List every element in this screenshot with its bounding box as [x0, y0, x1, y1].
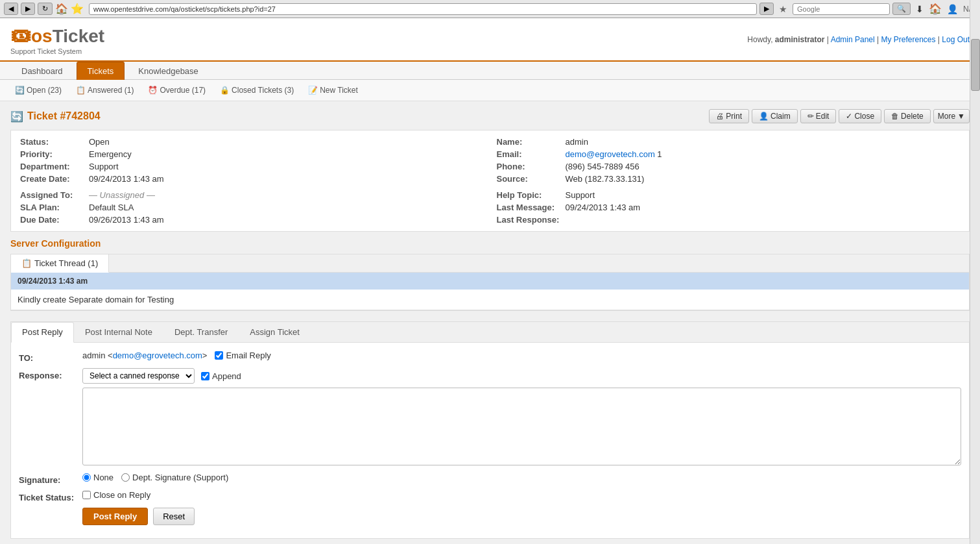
thread-entry-body: Kindly create Separate domain for Testin…: [11, 290, 969, 310]
go-button[interactable]: ▶: [759, 3, 774, 15]
thread-tab-bar: 📋 Ticket Thread (1): [11, 254, 969, 273]
info-sla: SLA Plan: Default SLA: [20, 203, 484, 212]
subnav-closed[interactable]: 🔒 Closed Tickets (3): [215, 84, 298, 97]
tab-dashboard[interactable]: Dashboard: [10, 62, 74, 80]
append-checkbox[interactable]: [201, 372, 209, 380]
main-nav: Dashboard Tickets Knowledgebase: [0, 62, 980, 80]
thread-entry: 09/24/2013 1:43 am Kindly create Separat…: [11, 273, 969, 310]
forward-button[interactable]: ▶: [21, 3, 35, 15]
close-on-reply-label[interactable]: Close on Reply: [82, 490, 150, 500]
response-label: Response:: [19, 368, 77, 380]
info-col-left: Status: Open Priority: Emergency Departm…: [20, 137, 484, 225]
close-icon: ✓: [846, 112, 852, 121]
edit-button[interactable]: ✏ Edit: [800, 109, 837, 123]
info-status: Status: Open: [20, 137, 484, 147]
signature-none-radio[interactable]: [82, 473, 91, 482]
email-reply-checkbox[interactable]: [215, 351, 223, 360]
signature-dept-radio[interactable]: [121, 473, 130, 482]
signature-row: Signature: None Dept. Signature (Support…: [19, 473, 961, 485]
reply-tab-post-reply[interactable]: Post Reply: [11, 322, 74, 343]
response-row: Response: Select a canned response Appen…: [19, 368, 961, 467]
response-textarea[interactable]: [82, 388, 961, 465]
response-toolbar: Select a canned response Append: [82, 368, 961, 384]
refresh-icon: 🔄: [15, 86, 25, 95]
logo-icon: 🎟: [10, 23, 31, 47]
info-last-message: Last Message: 09/24/2013 1:43 am: [497, 203, 961, 212]
claim-button[interactable]: 👤 Claim: [752, 109, 798, 123]
to-label: TO:: [19, 351, 77, 363]
canned-response-select[interactable]: Select a canned response: [82, 368, 195, 384]
thread-tab-item[interactable]: 📋 Ticket Thread (1): [11, 254, 109, 273]
browser-chrome: ◀ ▶ ↻ 🏠 ⭐ ▶ ★ 🔍 ⬇ 🏠 👤 N/A: [0, 0, 980, 18]
reply-tab-internal-note[interactable]: Post Internal Note: [74, 322, 163, 342]
delete-icon: 🗑: [891, 112, 899, 121]
bookmark-button[interactable]: ⭐: [71, 3, 84, 15]
log-out-link[interactable]: Log Out: [942, 35, 970, 44]
delete-button[interactable]: 🗑 Delete: [884, 109, 931, 123]
signature-options: None Dept. Signature (Support): [82, 473, 228, 482]
submit-row: Post Reply Reset: [19, 508, 961, 525]
signature-dept-label[interactable]: Dept. Signature (Support): [121, 473, 228, 482]
address-bar[interactable]: [89, 3, 757, 15]
my-preferences-link[interactable]: My Preferences: [881, 35, 935, 44]
home-icon: 🏠: [929, 3, 942, 15]
ticket-info-grid: Status: Open Priority: Emergency Departm…: [10, 130, 970, 232]
email-badge: 1: [657, 149, 662, 159]
star-icon: ★: [779, 4, 787, 14]
info-department: Department: Support: [20, 162, 484, 171]
logo-subtitle: Support Ticket System: [10, 47, 104, 55]
site-header: 🎟 osTicket Support Ticket System Howdy, …: [0, 18, 980, 62]
subnav-open[interactable]: 🔄 Open (23): [10, 84, 66, 97]
info-create-date: Create Date: 09/24/2013 1:43 am: [20, 174, 484, 184]
reply-form: TO: admin <demo@egrovetech.com> Email Re…: [11, 343, 969, 538]
submit-buttons: Post Reply Reset: [82, 508, 195, 525]
append-label[interactable]: Append: [201, 371, 241, 381]
ticket-status-label: Ticket Status:: [19, 490, 77, 502]
logo-area: 🎟 osTicket Support Ticket System: [10, 23, 104, 55]
ticket-status-row: Ticket Status: Close on Reply: [19, 490, 961, 502]
signature-label: Signature:: [19, 473, 77, 485]
refresh-button[interactable]: ↻: [38, 3, 53, 15]
logo-text: osTicket: [31, 26, 104, 47]
dropdown-arrow-icon: ▼: [957, 112, 965, 121]
home-button[interactable]: 🏠: [55, 3, 68, 15]
tab-knowledgebase[interactable]: Knowledgebase: [127, 62, 209, 80]
info-help-topic: Help Topic: Support: [497, 190, 961, 200]
back-button[interactable]: ◀: [4, 3, 18, 15]
more-button[interactable]: More ▼: [933, 109, 970, 123]
header-info: Howdy, administrator | Admin Panel | My …: [747, 35, 970, 44]
subnav-answered[interactable]: 📋 Answered (1): [71, 84, 138, 97]
edit-icon: ✏: [807, 112, 814, 121]
content: 🔄 Ticket #742804 🖨 Print 👤 Claim ✏ Edit …: [0, 101, 980, 544]
info-due-date: Due Date: 09/26/2013 1:43 am: [20, 215, 484, 225]
reply-tab-dept-transfer[interactable]: Dept. Transfer: [163, 322, 239, 342]
thread-entry-header: 09/24/2013 1:43 am: [11, 273, 969, 290]
ticket-title: 🔄 Ticket #742804: [10, 110, 101, 123]
admin-panel-link[interactable]: Admin Panel: [831, 35, 875, 44]
subnav-overdue[interactable]: ⏰ Overdue (17): [143, 84, 210, 97]
search-button[interactable]: 🔍: [892, 3, 911, 15]
reset-button[interactable]: Reset: [153, 508, 195, 525]
info-phone: Phone: (896) 545-7889 456: [497, 162, 961, 171]
search-bar[interactable]: [793, 3, 890, 15]
to-email-link[interactable]: demo@egrovetech.com: [113, 351, 202, 360]
close-button[interactable]: ✓ Close: [839, 109, 881, 123]
post-reply-button[interactable]: Post Reply: [82, 508, 148, 525]
scrollbar[interactable]: [970, 0, 980, 544]
close-on-reply-checkbox[interactable]: [82, 491, 91, 499]
info-email: Email: demo@egrovetech.com 1: [497, 149, 961, 159]
subnav-new-ticket[interactable]: 📝 New Ticket: [304, 84, 363, 97]
ticket-thread-container: 📋 Ticket Thread (1) 09/24/2013 1:43 am K…: [10, 254, 970, 311]
signature-none-label[interactable]: None: [82, 473, 114, 482]
tab-tickets[interactable]: Tickets: [77, 62, 125, 80]
sub-nav: 🔄 Open (23) 📋 Answered (1) ⏰ Overdue (17…: [0, 80, 980, 101]
email-reply-label[interactable]: Email Reply: [215, 351, 270, 360]
download-icon: ⬇: [916, 4, 924, 14]
answered-icon: 📋: [76, 86, 86, 95]
claim-icon: 👤: [759, 112, 769, 121]
reply-tab-assign-ticket[interactable]: Assign Ticket: [239, 322, 311, 342]
info-priority: Priority: Emergency: [20, 149, 484, 159]
scrollbar-thumb[interactable]: [971, 39, 980, 91]
print-button[interactable]: 🖨 Print: [709, 109, 749, 123]
email-link[interactable]: demo@egrovetech.com: [566, 149, 655, 159]
